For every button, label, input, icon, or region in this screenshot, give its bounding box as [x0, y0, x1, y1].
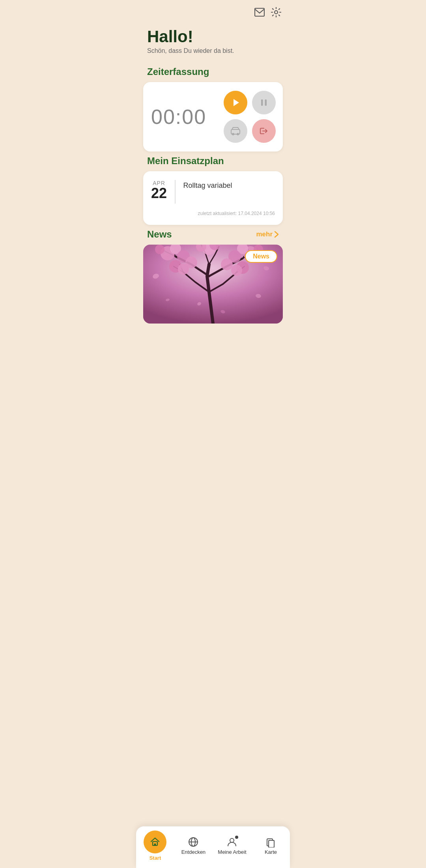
plan-divider	[175, 180, 176, 204]
news-section-title: News	[147, 229, 172, 240]
svg-rect-4	[265, 99, 267, 106]
svg-rect-3	[261, 99, 263, 106]
svg-point-6	[232, 133, 234, 135]
greeting-section: Hallo! Schön, dass Du wieder da bist.	[136, 24, 290, 62]
svg-point-23	[178, 264, 189, 275]
pause-button[interactable]	[252, 91, 276, 114]
timer-controls	[224, 91, 276, 143]
svg-point-10	[155, 245, 164, 254]
news-header: News mehr	[136, 225, 290, 245]
greeting-subtitle: Schön, dass Du wieder da bist.	[147, 47, 279, 54]
svg-point-7	[237, 133, 239, 135]
einsatzplan-title: Mein Einsatzplan	[136, 152, 290, 171]
drive-button[interactable]	[224, 119, 247, 143]
plan-updated: zuletzt aktualisiert: 17.04.2024 10:56	[151, 211, 275, 216]
main-screen: Hallo! Schön, dass Du wieder da bist. Ze…	[136, 0, 290, 363]
plan-info: Rolltag variabel	[183, 180, 275, 190]
plan-date-day: 22	[151, 186, 167, 200]
settings-icon[interactable]	[271, 7, 281, 20]
svg-point-18	[221, 258, 233, 270]
zeiterfassung-title: Zeiterfassung	[136, 62, 290, 82]
news-more-label: mehr	[256, 230, 273, 238]
plan-card-top: APR 22 Rolltag variabel	[151, 180, 275, 204]
timer-card: 00:00	[143, 82, 283, 152]
news-image-card[interactable]: News	[143, 245, 283, 324]
svg-point-1	[275, 11, 278, 14]
timer-display: 00:00	[151, 105, 214, 129]
header	[136, 0, 290, 24]
news-more-button[interactable]: mehr	[256, 230, 279, 238]
news-badge: News	[245, 250, 277, 263]
mail-icon[interactable]	[254, 8, 265, 19]
plan-name: Rolltag variabel	[183, 181, 275, 190]
svg-marker-2	[234, 99, 239, 106]
plan-date: APR 22	[151, 180, 175, 200]
plan-card: APR 22 Rolltag variabel zuletzt aktualis…	[143, 171, 283, 225]
svg-point-25	[231, 265, 242, 276]
play-button[interactable]	[224, 91, 247, 114]
svg-rect-0	[255, 8, 264, 16]
greeting-title: Hallo!	[147, 28, 279, 46]
logout-button[interactable]	[252, 119, 276, 143]
